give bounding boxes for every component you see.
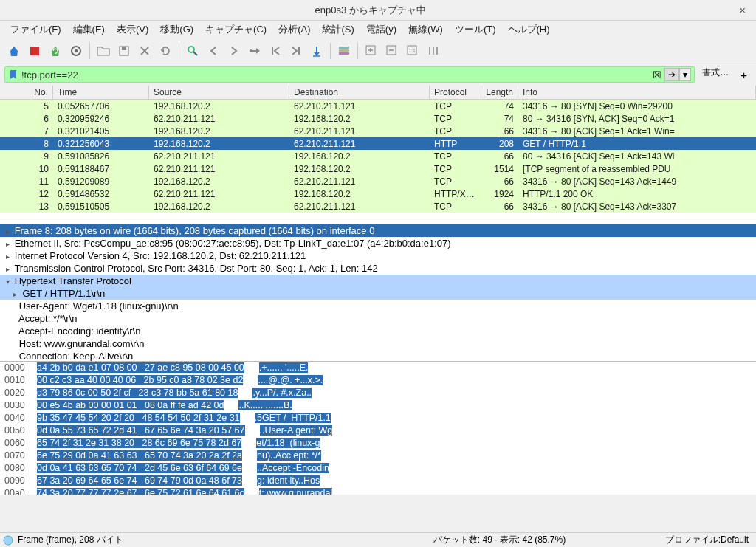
go-first-button[interactable] xyxy=(266,41,285,61)
hex-row[interactable]: 003000 e5 4b ab 00 00 01 01 08 0a ff fe … xyxy=(0,399,756,412)
titlebar: enp0s3 からキャプチャ中 × xyxy=(0,0,756,21)
col-header-destination[interactable]: Destination xyxy=(289,86,430,99)
packet-row[interactable]: 80.321256043192.168.120.262.210.211.121H… xyxy=(0,137,756,150)
svg-rect-20 xyxy=(339,47,349,49)
detail-user-agent[interactable]: User-Agent: Wget/1.18 (linux-gnu)\r\n xyxy=(0,300,756,312)
packet-row[interactable]: 90.59108582662.210.211.121192.168.120.2T… xyxy=(0,150,756,162)
col-header-time[interactable]: Time xyxy=(53,86,149,99)
menu-help[interactable]: ヘルプ(H) xyxy=(504,21,554,38)
hex-row[interactable]: 009067 3a 20 69 64 65 6e 74 69 74 79 0d … xyxy=(0,475,756,487)
zoom-reset-button[interactable]: 1:1 xyxy=(403,41,422,61)
go-previous-button[interactable] xyxy=(204,41,223,61)
display-filter-input[interactable] xyxy=(21,69,650,80)
expert-info-icon[interactable] xyxy=(3,535,13,546)
menu-analyze[interactable]: 分析(A) xyxy=(274,21,315,38)
menu-capture[interactable]: キャプチャ(C) xyxy=(201,21,271,38)
filter-add-button[interactable]: + xyxy=(736,69,752,81)
packet-row[interactable]: 70.321021405192.168.120.262.210.211.121T… xyxy=(0,125,756,137)
save-file-button[interactable] xyxy=(114,41,134,61)
col-header-protocol[interactable]: Protocol xyxy=(430,86,481,99)
packet-row[interactable]: 50.052657706192.168.120.262.210.211.121T… xyxy=(0,100,756,112)
hex-row[interactable]: 00800d 0a 41 63 63 65 70 74 2d 45 6e 63 … xyxy=(0,462,756,475)
col-header-info[interactable]: Info xyxy=(518,86,756,99)
hex-row[interactable]: 006065 74 2f 31 2e 31 38 20 28 6c 69 6e … xyxy=(0,437,756,450)
svg-rect-6 xyxy=(122,47,126,50)
zoom-in-button[interactable] xyxy=(362,41,381,61)
collapse-icon[interactable]: ▾ xyxy=(3,275,12,288)
expand-icon[interactable]: ▸ xyxy=(3,263,12,275)
hex-row[interactable]: 001000 c2 c3 aa 40 00 40 06 2b 95 c0 a8 … xyxy=(0,374,756,387)
svg-rect-22 xyxy=(339,52,349,55)
packet-details[interactable]: ▸ Frame 8: 208 bytes on wire (1664 bits)… xyxy=(0,224,756,362)
go-next-button[interactable] xyxy=(224,41,244,61)
bookmark-icon[interactable] xyxy=(8,69,18,80)
packet-list-header: No. Time Source Destination Protocol Len… xyxy=(0,86,756,100)
reload-button[interactable] xyxy=(156,41,175,61)
packet-list[interactable]: No. Time Source Destination Protocol Len… xyxy=(0,86,756,224)
close-file-button[interactable] xyxy=(135,41,154,61)
hex-row[interactable]: 00500d 0a 55 73 65 72 2d 41 67 65 6e 74 … xyxy=(0,424,756,437)
autoscroll-button[interactable] xyxy=(307,41,326,61)
go-to-packet-button[interactable] xyxy=(245,41,264,61)
menu-telephony[interactable]: 電話(y) xyxy=(362,21,401,38)
svg-point-4 xyxy=(75,49,78,52)
filter-input-container[interactable]: ☒ ➔ ▾ xyxy=(4,66,695,83)
menu-go[interactable]: 移動(G) xyxy=(156,21,198,38)
packet-bytes[interactable]: 0000a4 2b b0 da e1 07 08 00 27 ae c8 95 … xyxy=(0,362,756,495)
expand-icon[interactable]: ▸ xyxy=(3,225,12,238)
col-header-source[interactable]: Source xyxy=(149,86,289,99)
capture-options-button[interactable] xyxy=(66,41,86,61)
resize-columns-button[interactable] xyxy=(424,41,443,61)
detail-frame[interactable]: ▸ Frame 8: 208 bytes on wire (1664 bits)… xyxy=(0,224,756,237)
filter-apply-icon[interactable]: ➔ xyxy=(664,68,679,81)
status-profile[interactable]: プロファイル:Default xyxy=(665,534,753,546)
restart-capture-button[interactable] xyxy=(46,41,65,61)
window-title: enp0s3 からキャプチャ中 xyxy=(6,4,735,17)
start-capture-button[interactable] xyxy=(4,41,24,61)
zoom-out-button[interactable] xyxy=(382,41,402,61)
stop-capture-button[interactable] xyxy=(25,41,44,61)
detail-host[interactable]: Host: www.gnurandal.com\r\n xyxy=(0,337,756,350)
go-last-button[interactable] xyxy=(286,41,306,61)
menu-statistics[interactable]: 統計(S) xyxy=(317,21,358,38)
find-packet-button[interactable] xyxy=(183,41,202,61)
packet-row[interactable]: 110.591209089192.168.120.262.210.211.121… xyxy=(0,175,756,188)
menu-file[interactable]: ファイル(F) xyxy=(6,21,66,38)
hex-row[interactable]: 00409b 35 47 45 54 20 2f 20 48 54 54 50 … xyxy=(0,412,756,424)
detail-connection[interactable]: Connection: Keep-Alive\r\n xyxy=(0,350,756,362)
expression-button[interactable]: 書式… xyxy=(698,66,733,83)
hex-row[interactable]: 0000a4 2b b0 da e1 07 08 00 27 ae c8 95 … xyxy=(0,362,756,374)
col-header-no[interactable]: No. xyxy=(0,86,53,99)
detail-http-get[interactable]: ▸ GET / HTTP/1.1\r\n xyxy=(0,287,756,300)
menubar: ファイル(F) 編集(E) 表示(V) 移動(G) キャプチャ(C) 分析(A)… xyxy=(0,21,756,38)
expand-icon[interactable]: ▸ xyxy=(3,250,12,263)
svg-line-11 xyxy=(193,52,197,55)
svg-point-14 xyxy=(250,49,252,52)
detail-accept[interactable]: Accept: */*\r\n xyxy=(0,312,756,325)
col-header-length[interactable]: Length xyxy=(481,86,518,99)
filter-clear-icon[interactable]: ☒ xyxy=(650,69,664,80)
detail-ip[interactable]: ▸ Internet Protocol Version 4, Src: 192.… xyxy=(0,250,756,262)
close-icon[interactable]: × xyxy=(735,4,750,16)
menu-tools[interactable]: ツール(T) xyxy=(450,21,501,38)
menu-view[interactable]: 表示(V) xyxy=(112,21,153,38)
expand-icon[interactable]: ▸ xyxy=(3,238,12,250)
packet-row[interactable]: 60.32095924662.210.211.121192.168.120.2T… xyxy=(0,112,756,125)
menu-edit[interactable]: 編集(E) xyxy=(69,21,109,38)
menu-wireless[interactable]: 無線(W) xyxy=(404,21,447,38)
colorize-button[interactable] xyxy=(334,41,354,61)
detail-http[interactable]: ▾ Hypertext Transfer Protocol xyxy=(0,275,756,287)
filter-dropdown-icon[interactable]: ▾ xyxy=(679,68,691,81)
hex-row[interactable]: 00a074 3a 20 77 77 77 2e 67 6e 75 72 61 … xyxy=(0,487,756,495)
open-file-button[interactable] xyxy=(94,41,113,61)
detail-tcp[interactable]: ▸ Transmission Control Protocol, Src Por… xyxy=(0,262,756,275)
svg-point-10 xyxy=(188,47,194,52)
hex-row[interactable]: 00706e 75 29 0d 0a 41 63 63 65 70 74 3a … xyxy=(0,450,756,462)
packet-row[interactable]: 120.59148653262.210.211.121192.168.120.2… xyxy=(0,188,756,200)
detail-accept-encoding[interactable]: Accept-Encoding: identity\r\n xyxy=(0,325,756,337)
packet-row[interactable]: 130.591510505192.168.120.262.210.211.121… xyxy=(0,200,756,213)
packet-row[interactable]: 100.59118846762.210.211.121192.168.120.2… xyxy=(0,162,756,175)
detail-ethernet[interactable]: ▸ Ethernet II, Src: PcsCompu_ae:c8:95 (0… xyxy=(0,237,756,250)
expand-icon[interactable]: ▸ xyxy=(11,288,20,300)
hex-row[interactable]: 0020d3 79 86 0c 00 50 2f cf 23 c3 78 bb … xyxy=(0,387,756,399)
